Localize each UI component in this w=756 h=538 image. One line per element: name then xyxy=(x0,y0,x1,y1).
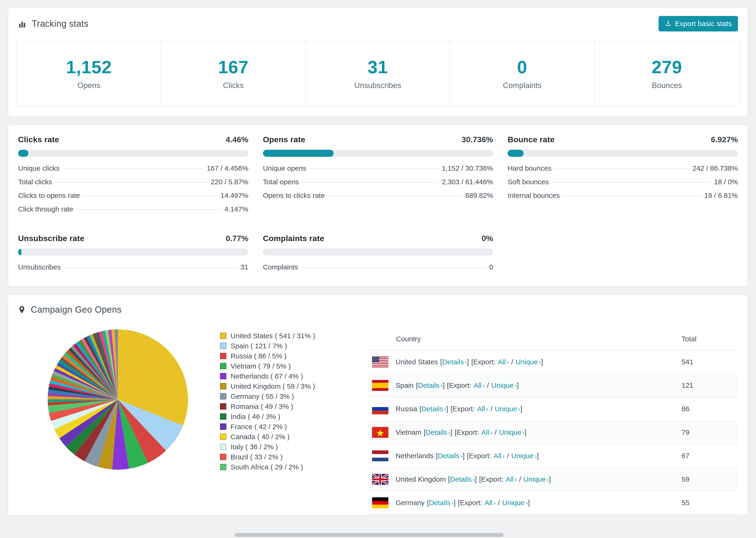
export-unique-link[interactable]: Unique› xyxy=(499,428,524,436)
rate-value: 0.77% xyxy=(226,234,248,243)
export-label: Export: xyxy=(457,428,479,436)
tracking-stats-title-row: Tracking stats xyxy=(18,19,88,29)
bracket: [ xyxy=(416,381,418,389)
legend-item: Brazil ( 33 / 2% ) xyxy=(220,452,368,462)
rate-title: Bounce rate xyxy=(508,135,555,144)
export-all-link[interactable]: All› xyxy=(485,499,496,507)
stat-value: 1,152 xyxy=(66,57,112,77)
stat-box-unsubscribes: 31 Unsubscribes xyxy=(306,40,450,106)
geo-opens-table: Country Total United States [Details›] [… xyxy=(368,328,738,515)
legend-swatch xyxy=(220,454,226,460)
export-all-link[interactable]: All› xyxy=(477,405,488,413)
stat-row-label: Total clicks xyxy=(18,178,52,186)
export-all-link[interactable]: All› xyxy=(473,381,485,389)
dotted-leader xyxy=(301,267,486,268)
country-total: 59 xyxy=(681,475,738,483)
stat-value: 0 xyxy=(517,57,527,77)
stat-label: Clicks xyxy=(223,81,244,90)
horizontal-scrollbar-track[interactable] xyxy=(0,532,756,538)
legend-label: Germany ( 55 / 3% ) xyxy=(231,393,294,401)
country-name: Russia xyxy=(396,405,417,413)
export-label: Export: xyxy=(469,452,491,460)
export-all-link[interactable]: All› xyxy=(498,358,509,366)
chevron-right-icon: › xyxy=(503,453,505,459)
export-unique-link[interactable]: Unique› xyxy=(491,381,517,389)
chevron-right-icon: › xyxy=(535,453,537,459)
slash-separator: / xyxy=(495,428,497,436)
export-label: Export: xyxy=(481,475,503,483)
details-link[interactable]: Details› xyxy=(421,405,446,413)
stat-row-value: 2,303 / 61.446% xyxy=(442,178,493,186)
stat-row-value: 689.82% xyxy=(465,191,493,199)
legend-label: Spain ( 121 / 7% ) xyxy=(231,342,287,350)
export-all-link[interactable]: All› xyxy=(494,452,505,460)
dotted-leader xyxy=(82,196,218,196)
stat-row-value: 1,152 / 30.736% xyxy=(442,164,493,172)
bounce-rate-section: Bounce rate 6.927% Hard bounces242 / 86.… xyxy=(508,135,738,219)
export-basic-stats-button[interactable]: Export basic stats xyxy=(659,16,738,31)
chevron-right-icon: › xyxy=(444,405,446,413)
opens-rate-section: Opens rate 30.736% Unique opens1,152 / 3… xyxy=(263,135,493,219)
complaints-rate-progress-bar xyxy=(263,248,493,256)
opens-rate-progress-bar xyxy=(263,150,493,157)
slash-separator: / xyxy=(519,475,521,483)
stat-row: Complaints0 xyxy=(263,263,493,277)
country-name: Germany xyxy=(396,499,424,507)
bracket: [ xyxy=(448,475,450,483)
stat-row-label: Hard bounces xyxy=(508,164,552,172)
country-total: 86 xyxy=(681,405,738,413)
bracket: ] xyxy=(467,358,469,366)
chevron-right-icon: › xyxy=(452,500,454,507)
legend-swatch xyxy=(220,444,226,450)
rates-card: Clicks rate 4.46% Unique clicks167 / 4.4… xyxy=(8,125,748,287)
details-link[interactable]: Details› xyxy=(450,475,475,483)
tracking-stats-header: Tracking stats Export basic stats xyxy=(8,8,748,40)
export-unique-link[interactable]: Unique› xyxy=(502,499,528,507)
legend-item: United States ( 541 / 31% ) xyxy=(220,331,368,341)
details-link[interactable]: Details› xyxy=(442,358,467,366)
geo-table-body: United States [Details›] [Export:All›/Un… xyxy=(368,350,738,515)
details-link[interactable]: Details› xyxy=(426,428,450,436)
stat-label: Bounces xyxy=(652,81,682,90)
export-unique-link[interactable]: Unique› xyxy=(515,358,541,366)
country-name: Netherlands xyxy=(396,452,434,460)
horizontal-scrollbar-thumb[interactable] xyxy=(235,533,504,537)
dotted-leader xyxy=(563,196,701,196)
stat-row-label: Clicks to opens rate xyxy=(18,191,80,199)
details-link[interactable]: Details› xyxy=(438,452,462,460)
details-link[interactable]: Details› xyxy=(429,499,454,507)
bracket: ] xyxy=(462,452,464,460)
chevron-right-icon: › xyxy=(514,476,517,483)
stat-row-value: 167 / 4.456% xyxy=(207,164,248,172)
stat-row-value: 242 / 86.738% xyxy=(693,164,738,172)
stat-label: Unsubscribes xyxy=(354,81,401,90)
bracket: [ xyxy=(458,499,460,507)
legend-item: Netherlands ( 67 / 4% ) xyxy=(220,371,368,381)
export-unique-link[interactable]: Unique› xyxy=(523,475,549,483)
total-column-header: Total xyxy=(681,335,738,343)
export-unique-link[interactable]: Unique› xyxy=(512,452,537,460)
legend-label: Vietnam ( 79 / 5% ) xyxy=(231,362,291,370)
export-all-link[interactable]: All› xyxy=(481,428,492,436)
stat-row: Opens to clicks rate689.82% xyxy=(263,191,493,205)
bracket: ] xyxy=(475,475,477,483)
chevron-right-icon: › xyxy=(441,382,443,389)
stat-label: Complaints xyxy=(503,81,542,90)
country-total: 55 xyxy=(681,499,738,507)
legend-item: South Africa ( 29 / 2% ) xyxy=(220,462,368,472)
legend-swatch xyxy=(220,423,226,430)
bounce-rate-progress-bar xyxy=(508,150,738,157)
legend-label: South Africa ( 29 / 2% ) xyxy=(231,463,303,471)
complaints-rate-section: Complaints rate 0% Complaints0 xyxy=(263,234,493,277)
legend-label: Canada ( 40 / 2% ) xyxy=(231,433,290,441)
stat-row: Clicks to opens rate14.497% xyxy=(18,191,248,205)
bracket: [ xyxy=(424,428,426,436)
stat-label: Opens xyxy=(78,81,100,90)
dotted-leader xyxy=(55,182,208,183)
export-all-link[interactable]: All› xyxy=(506,475,517,483)
bracket: [ xyxy=(427,499,429,507)
bracket: ] xyxy=(520,405,522,413)
export-unique-link[interactable]: Unique› xyxy=(495,405,520,413)
stats-summary-row: 1,152 Opens 167 Clicks 31 Unsubscribes 0… xyxy=(17,40,739,107)
details-link[interactable]: Details› xyxy=(418,381,443,389)
